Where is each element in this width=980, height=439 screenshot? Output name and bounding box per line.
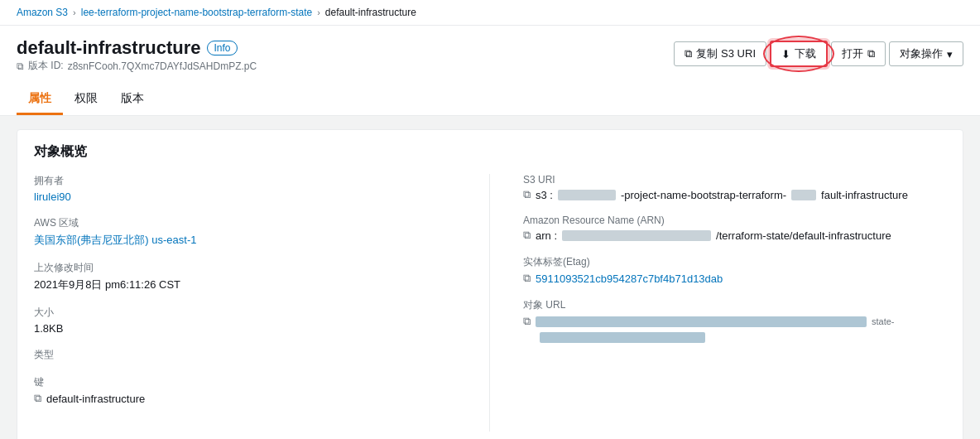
size-group: 大小 1.8KB (34, 306, 456, 335)
download-icon: ⬇ (781, 48, 790, 60)
tab-versions[interactable]: 版本 (109, 84, 156, 115)
overview-title: 对象概览 (34, 143, 946, 161)
url-copy-icon[interactable]: ⧉ (523, 315, 531, 328)
tab-permissions[interactable]: 权限 (63, 84, 109, 115)
page-title: default-infrastructure (17, 37, 200, 59)
type-group: 类型 (34, 348, 456, 362)
etag-label: 实体标签(Etag) (523, 255, 946, 269)
size-label: 大小 (34, 306, 456, 320)
download-button[interactable]: ⬇ 下载 (770, 41, 828, 67)
s3uri-blurred2 (791, 190, 816, 200)
object-actions-button[interactable]: 对象操作 ▾ (889, 41, 963, 66)
key-group: 键 ⧉ default-infrastructure (34, 375, 456, 405)
s3uri-suffix: fault-infrastructure (821, 189, 908, 201)
version-row: ⧉ 版本 ID: z8snFCooh.7QXmc7DAYfJdSAHDmPZ.p… (17, 59, 257, 73)
arn-blurred (562, 230, 711, 241)
key-copy-icon[interactable]: ⧉ (34, 392, 41, 405)
properties-right: S3 URI ⧉ s3 : -project-name-bootstrap-te… (490, 174, 946, 432)
version-id: z8snFCooh.7QXmc7DAYfJdSAHDmPZ.pC (68, 60, 257, 72)
breadcrumb-sep1: › (73, 7, 76, 17)
type-label: 类型 (34, 348, 456, 362)
url-blurred2 (540, 332, 705, 343)
etag-group: 实体标签(Etag) ⧉ 5911093521cb954287c7bf4b71d… (523, 255, 946, 285)
s3uri-label: S3 URI (523, 174, 946, 186)
owner-value[interactable]: lirulei90 (34, 191, 456, 203)
s3uri-prefix: s3 : (536, 189, 553, 201)
etag-copy-icon[interactable]: ⧉ (523, 272, 531, 285)
title-version-area: default-infrastructure Info ⧉ 版本 ID: z8s… (17, 37, 257, 81)
s3uri-middle: -project-name-bootstrap-terraform- (621, 189, 786, 201)
owner-group: 拥有者 lirulei90 (34, 174, 456, 203)
s3uri-copy-icon[interactable]: ⧉ (523, 188, 531, 201)
size-value: 1.8KB (34, 322, 456, 335)
object-actions-label: 对象操作 (900, 46, 943, 61)
etag-copy-row: ⧉ 5911093521cb954287c7bf4b71d13dab (523, 272, 946, 285)
arn-suffix: /terraform-state/default-infrastructure (716, 229, 891, 242)
s3uri-copy-row: ⧉ s3 : -project-name-bootstrap-terraform… (523, 188, 946, 201)
modified-group: 上次修改时间 2021年9月8日 pm6:11:26 CST (34, 261, 456, 292)
info-badge[interactable]: Info (207, 41, 237, 55)
key-value: default-infrastructure (46, 393, 145, 405)
url-suffix: state- (872, 316, 895, 326)
page-wrapper: Amazon S3 › lee-terraform-project-name-b… (0, 0, 980, 439)
copy-s3-uri-button[interactable]: ⧉ 复制 S3 URI (674, 41, 766, 66)
copy-s3-uri-icon: ⧉ (685, 47, 692, 60)
properties-left: 拥有者 lirulei90 AWS 区域 美国东部(弗吉尼亚北部) us-eas… (34, 174, 490, 432)
download-label: 下载 (795, 46, 816, 61)
breadcrumb-sep2: › (317, 7, 320, 17)
modified-value: 2021年9月8日 pm6:11:26 CST (34, 277, 456, 292)
chevron-down-icon: ▾ (947, 48, 953, 60)
header-section: default-infrastructure Info ⧉ 版本 ID: z8s… (0, 26, 980, 116)
version-label: 版本 ID: (28, 59, 64, 73)
action-buttons: ⧉ 复制 S3 URI ⬇ 下载 打开 ⧉ 对象操作 ▾ (674, 37, 963, 67)
arn-group: Amazon Resource Name (ARN) ⧉ arn : /terr… (523, 215, 946, 242)
breadcrumb-current: default-infrastructure (325, 7, 416, 18)
url-copy-row: ⧉ state- (523, 315, 946, 328)
url-label: 对象 URL (523, 298, 946, 312)
overview-card: 对象概览 拥有者 lirulei90 AWS 区域 美国东部(弗吉尼亚北部) u… (17, 129, 963, 439)
open-button[interactable]: 打开 ⧉ (831, 41, 886, 66)
url-group: 对象 URL ⧉ state- (523, 298, 946, 343)
key-label: 键 (34, 375, 456, 389)
arn-prefix: arn : (536, 229, 557, 242)
tab-properties[interactable]: 属性 (17, 84, 63, 115)
copy-s3-uri-label: 复制 S3 URI (696, 46, 756, 61)
arn-copy-icon[interactable]: ⧉ (523, 229, 531, 242)
breadcrumb-s3[interactable]: Amazon S3 (17, 7, 68, 18)
open-external-icon: ⧉ (867, 47, 875, 60)
region-group: AWS 区域 美国东部(弗吉尼亚北部) us-east-1 (34, 216, 456, 248)
page-title-row: default-infrastructure Info (17, 37, 257, 59)
breadcrumb: Amazon S3 › lee-terraform-project-name-b… (0, 0, 980, 26)
open-label: 打开 (842, 46, 863, 61)
header-top: default-infrastructure Info ⧉ 版本 ID: z8s… (17, 37, 963, 81)
url-blurred (536, 316, 867, 327)
version-copy-icon: ⧉ (17, 60, 24, 72)
owner-label: 拥有者 (34, 174, 456, 188)
s3uri-blurred1 (558, 190, 616, 200)
s3uri-group: S3 URI ⧉ s3 : -project-name-bootstrap-te… (523, 174, 946, 201)
etag-value[interactable]: 5911093521cb954287c7bf4b71d13dab (536, 273, 723, 285)
content-area: 对象概览 拥有者 lirulei90 AWS 区域 美国东部(弗吉尼亚北部) u… (0, 116, 980, 439)
tabs-row: 属性 权限 版本 (17, 84, 963, 115)
modified-label: 上次修改时间 (34, 261, 456, 275)
key-copy-row: ⧉ default-infrastructure (34, 392, 456, 405)
region-label: AWS 区域 (34, 216, 456, 230)
arn-copy-row: ⧉ arn : /terraform-state/default-infrast… (523, 229, 946, 242)
arn-label: Amazon Resource Name (ARN) (523, 215, 946, 226)
breadcrumb-bucket[interactable]: lee-terraform-project-name-bootstrap-ter… (81, 7, 312, 18)
properties-grid: 拥有者 lirulei90 AWS 区域 美国东部(弗吉尼亚北部) us-eas… (34, 174, 946, 432)
region-value[interactable]: 美国东部(弗吉尼亚北部) us-east-1 (34, 233, 456, 248)
